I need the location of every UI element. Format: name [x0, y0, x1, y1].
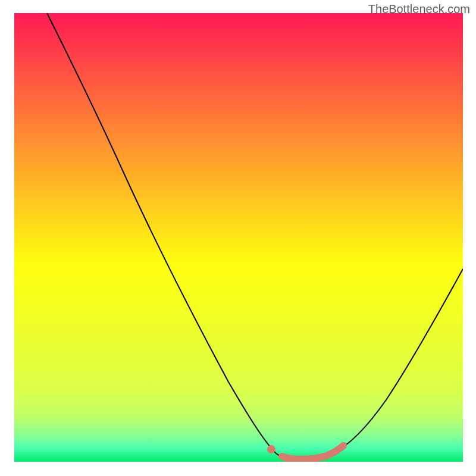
optimal-zone-marker — [282, 446, 343, 459]
watermark-text: TheBottleneck.com — [368, 2, 470, 16]
bottleneck-curve-line — [47, 13, 463, 459]
optimal-marker-start-dot — [267, 445, 275, 453]
chart-plot-area — [14, 13, 463, 462]
chart-svg — [14, 13, 463, 462]
